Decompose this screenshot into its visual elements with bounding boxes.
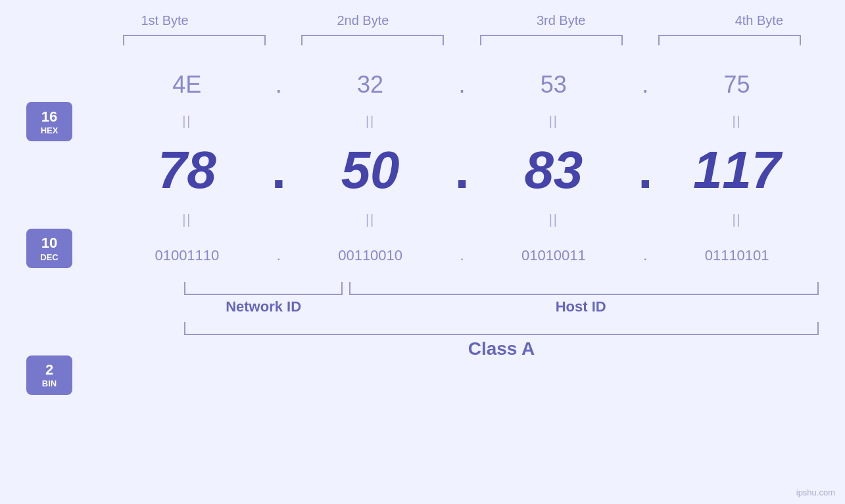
dec-row: 78 . 50 . 83 . 117 [105,131,819,210]
bin-byte4: 01110101 [655,247,819,264]
dot-bin-2: . [452,247,472,264]
sep2-4: || [655,212,819,227]
sep-row-2: || || || || [105,210,819,229]
dec-byte3: 83 [472,140,636,200]
network-id-label: Network ID [184,298,343,315]
hex-base-number: 16 [41,108,57,126]
sep2-2: || [289,212,452,227]
dec-byte2: 50 [289,140,452,200]
dot-bin-3: . [635,247,655,264]
dec-base-number: 10 [41,235,57,252]
dot-dec-2: . [452,140,472,200]
bin-byte2: 00110010 [289,247,452,264]
host-id-label: Host ID [343,298,819,315]
hex-base-label: HEX [41,126,59,135]
byte4-header: 4th Byte [660,13,845,28]
dot-hex-1: . [269,71,289,99]
bin-row: 01001110 . 00110010 . 01010011 . 0111010… [105,229,819,282]
sep-row-1: || || || || [105,111,819,131]
watermark: ipshu.com [796,488,835,497]
dec-badge: 10 DEC [26,229,72,268]
bin-base-label: BIN [42,378,57,388]
sep2-1: || [105,212,269,227]
bracket-cell-2 [283,35,462,45]
hex-byte4: 75 [655,71,819,99]
bottom-brackets [184,282,819,295]
class-bracket [184,322,819,335]
dec-byte4: 117 [655,140,819,200]
hex-byte3: 53 [472,71,636,99]
dot-dec-3: . [635,140,655,200]
sep1-1: || [105,114,269,129]
bottom-section: Network ID Host ID Class A [184,282,819,359]
sep1-4: || [655,114,819,129]
bracket-top-2 [301,35,444,45]
class-label: Class A [184,338,819,359]
bracket-cell-4 [640,35,819,45]
dot-hex-3: . [635,71,655,99]
byte2-header: 2nd Byte [264,13,462,28]
bin-byte3: 01010011 [472,247,636,264]
hex-byte1: 4E [105,71,269,99]
bracket-top-3 [480,35,623,45]
bin-byte1: 01001110 [105,247,269,264]
sep2-3: || [472,212,636,227]
byte3-header: 3rd Byte [462,13,660,28]
dot-bin-1: . [269,247,289,264]
bracket-top-1 [123,35,266,45]
network-bracket [184,282,343,295]
hex-byte2: 32 [289,71,452,99]
bottom-labels: Network ID Host ID [184,298,819,315]
bracket-top-4 [658,35,801,45]
bracket-cell-1 [105,35,283,45]
bracket-cell-3 [462,35,640,45]
dot-dec-1: . [269,140,289,200]
hex-badge: 16 HEX [26,102,72,141]
dot-hex-2: . [452,71,472,99]
sep1-3: || [472,114,636,129]
bin-badge: 2 BIN [26,355,72,395]
dec-base-label: DEC [40,252,58,262]
dec-byte1: 78 [105,140,269,200]
hex-row: 4E . 32 . 53 . 75 [105,58,819,111]
host-bracket [349,282,819,295]
byte1-header: 1st Byte [66,13,264,28]
sep1-2: || [289,114,452,129]
bin-base-number: 2 [45,361,53,378]
